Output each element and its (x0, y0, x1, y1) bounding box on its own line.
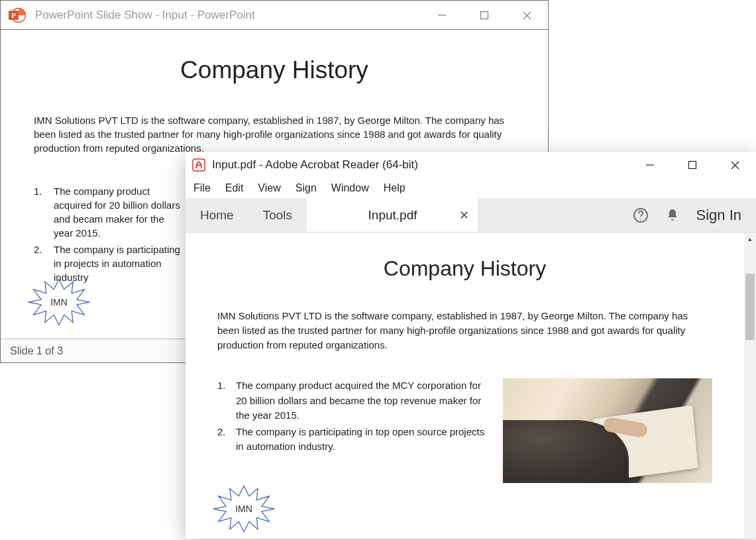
item-text: The company is participating in top open… (236, 425, 490, 455)
menu-edit[interactable]: Edit (225, 182, 244, 194)
slide-counter: Slide 1 of 3 (10, 345, 63, 357)
powerpoint-title-text: PowerPoint Slide Show - Input - PowerPoi… (35, 9, 255, 22)
svg-point-14 (640, 219, 641, 220)
acrobat-window-controls (629, 152, 756, 178)
item-number: 1. (217, 378, 236, 423)
list-item: 1. The company product acquired the MCY … (217, 378, 490, 423)
list-item: 2. The company is participating in top o… (217, 425, 490, 455)
vertical-scrollbar[interactable]: ▴ (744, 233, 756, 539)
acrobat-toolbar: Home Tools Input.pdf ✕ Sign In (186, 198, 756, 233)
starburst-label: IMN (27, 297, 91, 307)
menu-view[interactable]: View (258, 182, 280, 194)
document-tab[interactable]: Input.pdf ✕ (307, 198, 479, 232)
scrollbar-thumb[interactable] (745, 274, 755, 340)
tools-button[interactable]: Tools (248, 198, 307, 232)
close-button[interactable] (506, 1, 548, 30)
tab-close-icon[interactable]: ✕ (459, 208, 469, 223)
minimize-button[interactable] (629, 152, 671, 178)
pdf-page[interactable]: Company History IMN Solutions PVT LTD is… (186, 233, 744, 539)
bell-icon[interactable] (665, 207, 680, 223)
pdf-heading: Company History (217, 256, 712, 281)
toolbar-right: Sign In (633, 198, 757, 232)
acrobat-menubar: File Edit View Sign Window Help (186, 178, 756, 198)
acrobat-window: Input.pdf - Adobe Acrobat Reader (64-bit… (186, 152, 756, 539)
pdf-description: IMN Solutions PVT LTD is the software co… (217, 309, 712, 352)
item-number: 1. (34, 184, 54, 240)
starburst-shape: IMN (27, 278, 91, 327)
acrobat-titlebar[interactable]: Input.pdf - Adobe Acrobat Reader (64-bit… (186, 152, 756, 178)
menu-window[interactable]: Window (331, 182, 369, 194)
item-text: The company product acquired the MCY cor… (236, 378, 490, 423)
pdf-illustration (503, 378, 712, 483)
minimize-button[interactable] (421, 1, 463, 30)
menu-file[interactable]: File (193, 182, 211, 194)
acrobat-title-text: Input.pdf - Adobe Acrobat Reader (64-bit… (212, 158, 418, 172)
close-button[interactable] (714, 152, 756, 178)
starburst-shape: IMN (212, 484, 276, 533)
menu-sign[interactable]: Sign (296, 182, 317, 194)
slide-description: IMN Solutions PVT LTD is the software co… (34, 113, 515, 155)
svg-text:P: P (11, 11, 16, 19)
svg-rect-10 (689, 162, 696, 169)
scroll-up-icon[interactable]: ▴ (744, 233, 756, 244)
slide-heading: Company History (34, 56, 515, 84)
powerpoint-titlebar[interactable]: P PowerPoint Slide Show - Input - PowerP… (1, 1, 548, 30)
powerpoint-window-controls (421, 1, 548, 30)
item-number: 2. (217, 425, 236, 455)
document-tab-label: Input.pdf (368, 208, 417, 223)
maximize-button[interactable] (463, 1, 506, 30)
maximize-button[interactable] (671, 152, 714, 178)
pdf-columns: 1. The company product acquired the MCY … (217, 378, 712, 483)
starburst-label: IMN (212, 504, 276, 514)
acrobat-icon (192, 158, 205, 172)
acrobat-document-viewport: Company History IMN Solutions PVT LTD is… (186, 233, 756, 539)
powerpoint-icon: P (7, 6, 26, 25)
help-icon[interactable] (633, 207, 649, 223)
home-button[interactable]: Home (186, 198, 248, 232)
sign-in-button[interactable]: Sign In (696, 207, 742, 224)
svg-rect-4 (481, 12, 488, 19)
pdf-list: 1. The company product acquired the MCY … (217, 378, 490, 456)
menu-help[interactable]: Help (384, 182, 405, 194)
